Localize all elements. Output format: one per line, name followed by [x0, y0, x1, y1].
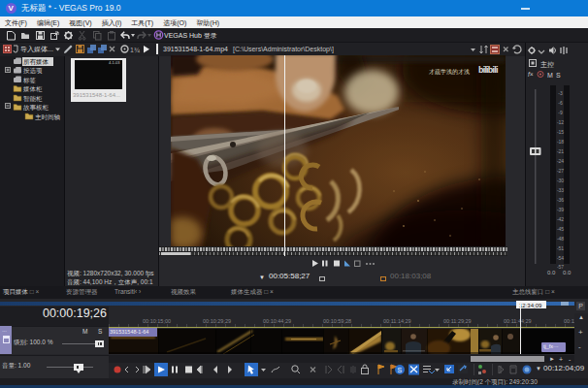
- svg-text:-33: -33: [557, 187, 564, 193]
- svg-text:f×: f×: [528, 71, 534, 78]
- svg-text:M: M: [547, 72, 553, 79]
- svg-text:-48: -48: [557, 236, 564, 242]
- svg-text:-45: -45: [557, 226, 564, 232]
- svg-text:-18: -18: [557, 139, 564, 145]
- svg-text:0.0: 0.0: [547, 270, 556, 275]
- svg-text:S: S: [398, 366, 403, 372]
- svg-text:-39: -39: [557, 207, 564, 212]
- svg-text:-15: -15: [557, 129, 564, 135]
- svg-text:-9: -9: [558, 110, 563, 115]
- svg-text:-36: -36: [557, 197, 564, 203]
- svg-text:-21: -21: [557, 148, 564, 154]
- svg-text:-54: -54: [557, 255, 564, 261]
- svg-text:S: S: [556, 72, 561, 79]
- svg-text:主控: 主控: [540, 60, 554, 68]
- svg-text:-24: -24: [557, 158, 564, 164]
- svg-text:-30: -30: [557, 178, 564, 183]
- svg-text:-27: -27: [557, 168, 564, 174]
- svg-text:-42: -42: [557, 216, 564, 222]
- svg-text:-3: -3: [558, 90, 563, 96]
- svg-text:0.0: 0.0: [563, 270, 572, 275]
- svg-text:-51: -51: [557, 245, 564, 251]
- svg-text:1¾: 1¾: [130, 47, 140, 53]
- svg-text:-6: -6: [558, 100, 563, 106]
- svg-text:-12: -12: [557, 119, 564, 125]
